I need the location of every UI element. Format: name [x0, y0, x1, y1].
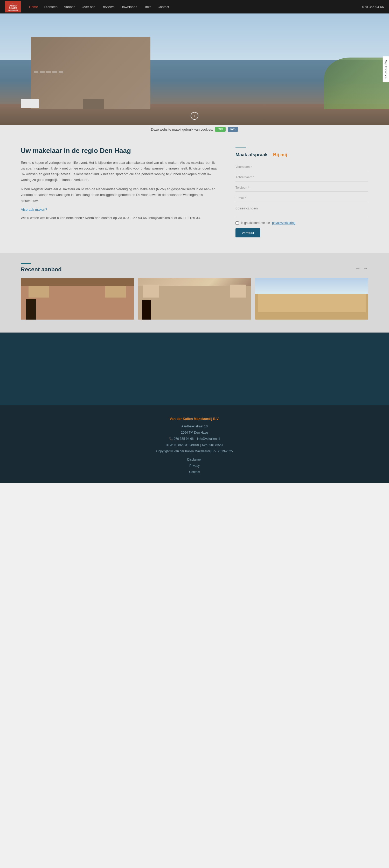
- dark-section: [0, 333, 389, 405]
- property-card-1[interactable]: [21, 278, 134, 319]
- property-grid: [21, 278, 368, 319]
- property-card-3[interactable]: [255, 278, 368, 319]
- hero-image: [0, 13, 389, 125]
- contact-form-section: Maak afspraak · Bij mij Ik ga akkoord me…: [236, 147, 368, 238]
- cookie-info-button[interactable]: Info: [228, 127, 238, 132]
- footer-copyright: Copyright © Van der Kallen Makelaardij B…: [5, 448, 384, 454]
- main-para-2: Ik ben Register Makelaar & Taxateur en l…: [21, 186, 220, 204]
- property-image-1: [21, 278, 134, 319]
- nav-item-diensten[interactable]: Diensten: [41, 0, 61, 13]
- cookie-ok-button[interactable]: OK!: [215, 127, 226, 132]
- submit-button[interactable]: Verstuur: [236, 228, 260, 238]
- footer-email: info@vdkallen.nl: [197, 437, 220, 441]
- property-image-2: [138, 278, 251, 319]
- achternaam-input[interactable]: [236, 173, 368, 181]
- footer-phone: 070 355 94 66: [174, 437, 194, 441]
- main-title: Uw makelaar in de regio Den Haag: [21, 147, 220, 155]
- recent-section: Recent aanbod ← →: [0, 253, 389, 333]
- phone-icon: 📞: [169, 437, 173, 441]
- footer-address: Aardbeienstraat 10: [5, 423, 384, 430]
- footer-phone-email: 📞 070 355 94 66 info@vdkallen.nl: [5, 436, 384, 442]
- footer-link-contact[interactable]: Contact: [5, 469, 384, 475]
- footer: Van der Kallen Makelaardij B.V. Aardbeie…: [0, 405, 389, 483]
- form-subtitle: Bij mij: [273, 152, 287, 158]
- main-section: Uw makelaar in de regio Den Haag Een hui…: [0, 134, 389, 253]
- recent-title: Recent aanbod: [21, 266, 62, 273]
- hero-scroll-arrow[interactable]: ↓: [190, 112, 199, 120]
- main-content: Uw makelaar in de regio Den Haag Een hui…: [21, 147, 220, 238]
- afspraak-link[interactable]: Afspraak maken?: [21, 208, 47, 212]
- footer-links: Disclaimer Privacy Contact: [5, 457, 384, 475]
- navigation: ▲ VAN DER KALLEN MAKELAARS Home Diensten…: [0, 0, 389, 13]
- nav-item-overons[interactable]: Over ons: [79, 0, 98, 13]
- cookie-bar: Deze website maakt gebruik van cookies. …: [0, 125, 389, 134]
- privacy-checkbox-row: Ik ga akkoord met de privacyverklaring: [236, 221, 368, 225]
- email-input[interactable]: [236, 194, 368, 202]
- contact-form: Ik ga akkoord met de privacyverklaring V…: [236, 163, 368, 238]
- recent-navigation: ← →: [355, 265, 368, 271]
- footer-city: 2564 TM Den Haag: [5, 430, 384, 436]
- footer-link-disclaimer[interactable]: Disclaimer: [5, 457, 384, 463]
- voornaam-input[interactable]: [236, 163, 368, 171]
- nav-item-home[interactable]: Home: [26, 0, 41, 13]
- logo-text: ▲ VAN DER KALLEN MAKELAARS: [8, 2, 18, 11]
- logo[interactable]: ▲ VAN DER KALLEN MAKELAARS: [5, 1, 21, 12]
- opmerkingen-input[interactable]: [236, 204, 368, 217]
- recent-title-block: Recent aanbod: [21, 263, 62, 273]
- recent-divider: [21, 263, 31, 264]
- footer-link-privacy[interactable]: Privacy: [5, 463, 384, 469]
- mijn-favorieten-button[interactable]: Mijn favorieten: [383, 56, 389, 82]
- property-image-3: [255, 278, 368, 319]
- favorites-panel: Mijn favorieten: [373, 13, 389, 125]
- cookie-text: Deze website maakt gebruik van cookies.: [151, 127, 213, 131]
- recent-header: Recent aanbod ← →: [21, 263, 368, 273]
- property-card-2[interactable]: [138, 278, 251, 319]
- nav-menu: Home Diensten Aanbod Over ons Reviews Do…: [26, 0, 362, 13]
- nav-phone: 070 355 94 66: [362, 5, 384, 9]
- next-button[interactable]: →: [363, 265, 368, 271]
- form-top-divider: [236, 147, 246, 148]
- nav-item-contact[interactable]: Contact: [154, 0, 172, 13]
- privacy-checkbox[interactable]: [236, 221, 239, 225]
- prev-button[interactable]: ←: [355, 265, 360, 271]
- privacy-link[interactable]: privacyverklaring: [272, 221, 295, 225]
- form-title-row: Maak afspraak · Bij mij: [236, 152, 368, 158]
- privacy-label: Ik ga akkoord met de: [241, 221, 270, 225]
- form-title: Maak afspraak: [236, 152, 268, 158]
- footer-btw: BTW: NL865231849B01 | KvK: 90175557: [5, 442, 384, 448]
- main-para-1: Een huis kopen of verkopen is een life e…: [21, 160, 220, 183]
- nav-item-links[interactable]: Links: [140, 0, 154, 13]
- hero-section: ↓ Mijn favorieten: [0, 13, 389, 125]
- nav-item-reviews[interactable]: Reviews: [98, 0, 118, 13]
- telefoon-input[interactable]: [236, 184, 368, 192]
- nav-item-downloads[interactable]: Downloads: [118, 0, 140, 13]
- main-para-3: Wilt u weten wat ik voor u kan betekenen…: [21, 215, 220, 221]
- footer-company: Van der Kallen Makelaardij B.V.: [5, 415, 384, 422]
- nav-item-aanbod[interactable]: Aanbod: [61, 0, 79, 13]
